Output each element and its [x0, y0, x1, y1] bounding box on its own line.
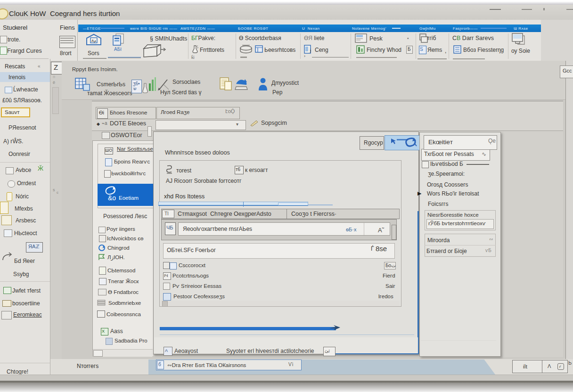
svg-text:Aم: Aم [91, 39, 96, 43]
svg-text:ɉ: ɉ [310, 48, 311, 53]
